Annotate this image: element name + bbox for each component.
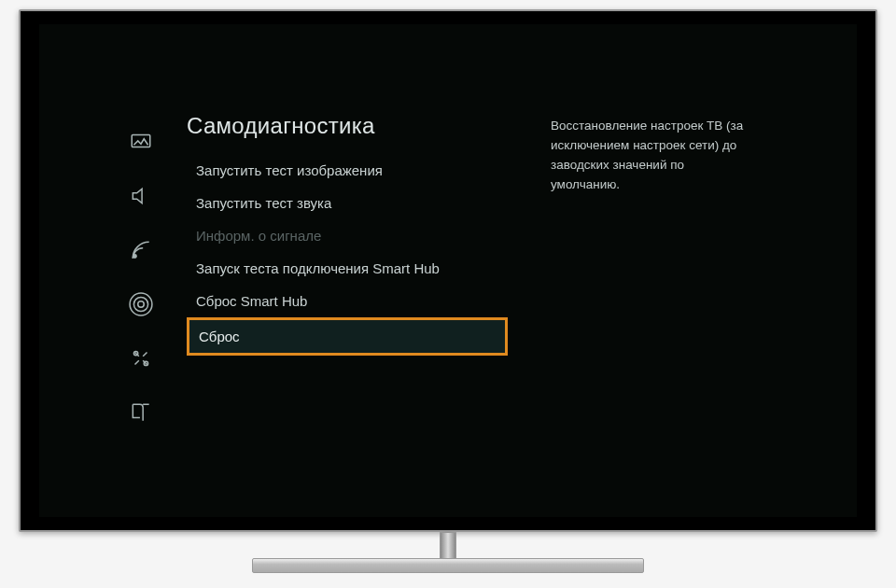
tv-stand-base (252, 558, 644, 573)
menu-item-label: Сброс (199, 329, 240, 344)
menu-item-label: Сброс Smart Hub (196, 293, 307, 309)
menu-column: Самодиагностика Запустить тест изображен… (168, 113, 513, 449)
menu-title: Самодиагностика (187, 113, 508, 139)
tv-stand-neck (440, 532, 456, 560)
description-panel: Восстановление настроек ТВ (за исключени… (513, 113, 747, 449)
menu-item-label: Информ. о сигнале (196, 228, 321, 244)
menu-list: Запустить тест изображения Запустить тес… (187, 154, 508, 356)
settings-ui: Самодиагностика Запустить тест изображен… (114, 113, 842, 449)
menu-item-reset-smarthub[interactable]: Сброс Smart Hub (187, 285, 508, 317)
settings-sidebar (114, 113, 168, 449)
menu-item-reset[interactable]: Сброс (187, 317, 508, 356)
svg-point-4 (130, 293, 152, 315)
svg-point-1 (133, 255, 136, 258)
menu-item-label: Запуск теста подключения Smart Hub (196, 260, 440, 276)
support-icon[interactable] (129, 346, 153, 374)
svg-point-2 (138, 301, 145, 308)
sound-icon[interactable] (129, 184, 153, 212)
menu-item-picture-test[interactable]: Запустить тест изображения (187, 154, 508, 187)
broadcast-icon[interactable] (129, 238, 153, 266)
menu-item-sound-test[interactable]: Запустить тест звука (187, 187, 508, 219)
tv-frame: Самодиагностика Запустить тест изображен… (19, 9, 877, 532)
description-text: Восстановление настроек ТВ (за исключени… (551, 117, 747, 195)
menu-item-smarthub-test[interactable]: Запуск теста подключения Smart Hub (187, 252, 508, 285)
tv-screen: Самодиагностика Запустить тест изображен… (39, 24, 857, 517)
svg-point-3 (133, 297, 147, 311)
help-icon[interactable] (129, 400, 153, 428)
menu-item-label: Запустить тест изображения (196, 162, 383, 178)
tv-bezel: Самодиагностика Запустить тест изображен… (19, 9, 877, 532)
menu-item-signal-info: Информ. о сигнале (187, 219, 508, 252)
picture-icon[interactable] (129, 130, 153, 158)
network-icon[interactable] (129, 292, 153, 320)
menu-item-label: Запустить тест звука (196, 195, 331, 211)
